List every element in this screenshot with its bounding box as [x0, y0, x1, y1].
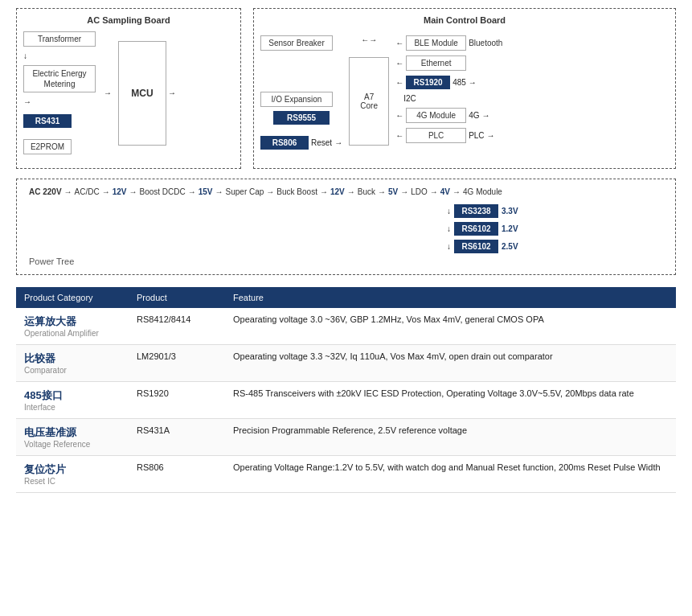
- product-cell: RS8412/8414: [129, 308, 225, 345]
- main-board-title: Main Control Board: [260, 15, 669, 25]
- reset-label: Reset: [311, 138, 332, 147]
- ethernet-box: Ethernet: [406, 55, 466, 71]
- a7-core-box: A7 Core: [349, 57, 389, 146]
- ac220v-label: AC 220V: [29, 187, 62, 196]
- feature-cell: Opearating voltage 3.3 ~32V, Iq 110uA, V…: [225, 345, 676, 382]
- super-cap-label: Super Cap: [226, 187, 264, 196]
- 15v-label: 15V: [199, 187, 213, 196]
- main-control-board: Main Control Board Sensor Breaker I/O Ex…: [253, 8, 676, 169]
- category-cell: 运算放大器Operational Amplifier: [16, 308, 129, 345]
- e2prom-box: E2PROM: [23, 139, 72, 154]
- col-product: Product: [129, 287, 225, 308]
- feature-cell: RS-485 Transceivers with ±20kV IEC ESD P…: [225, 382, 676, 419]
- product-cell: RS806: [129, 456, 225, 493]
- plc-label: PLC: [469, 131, 484, 140]
- diagrams-row: AC Sampling Board Transformer ↓ Electric…: [16, 8, 676, 169]
- rs1920-box: RS1920: [406, 76, 450, 89]
- feature-cell: Opearating voltage 3.0 ~36V, GBP 1.2MHz,…: [225, 308, 676, 345]
- table-row: 运算放大器Operational AmplifierRS8412/8414Ope…: [16, 308, 676, 345]
- ac-board-inner: Transformer ↓ Electric EnergyMetering → …: [23, 31, 234, 154]
- 12v-2-label: 12V: [330, 187, 345, 196]
- transformer-box: Transformer: [23, 31, 96, 47]
- rs9555-box: RS9555: [273, 111, 330, 125]
- product-cell: RS431A: [129, 419, 225, 456]
- rs485-label: 485: [452, 78, 466, 87]
- ldo-label: LDO: [411, 187, 428, 196]
- rs431-box: RS431: [23, 114, 72, 128]
- bluetooth-label: Bluetooth: [469, 39, 502, 47]
- v2-5-label: 2.5V: [502, 242, 518, 251]
- ac-board-title: AC Sampling Board: [23, 15, 234, 25]
- rs6102-1-box: RS6102: [454, 222, 498, 236]
- product-cell: RS1920: [129, 382, 225, 419]
- rs3238-box: RS3238: [454, 204, 498, 218]
- main-container: AC Sampling Board Transformer ↓ Electric…: [0, 0, 692, 501]
- mcu-box: MCU: [118, 41, 166, 146]
- category-cell: 电压基准源Voltage Reference: [16, 419, 129, 456]
- energy-metering-box: Electric EnergyMetering: [23, 65, 96, 92]
- buck-label: Buck: [358, 187, 375, 196]
- sensor-breaker-box: Sensor Breaker: [260, 35, 333, 51]
- boost-dcdc-label: Boost DCDC: [140, 187, 186, 196]
- four-g-module-box: 4G Module: [406, 108, 466, 123]
- ble-module-box: BLE Module: [406, 35, 466, 51]
- four-g-label: 4G: [469, 111, 479, 120]
- category-cell: 复位芯片Reset IC: [16, 456, 129, 493]
- plc-box: PLC: [406, 128, 466, 143]
- product-table: Product Category Product Feature 运算放大器Op…: [16, 287, 676, 493]
- product-cell: LM2901/3: [129, 345, 225, 382]
- io-expansion-box: I/O Expansion: [260, 92, 333, 107]
- power-tree-text-label: Power Tree: [29, 257, 74, 266]
- table-row: 复位芯片Reset ICRS806Operating Voltage Range…: [16, 456, 676, 493]
- rs806-box: RS806: [260, 136, 309, 150]
- feature-cell: Precision Programmable Reference, 2.5V r…: [225, 419, 676, 456]
- ac-sampling-board: AC Sampling Board Transformer ↓ Electric…: [16, 8, 241, 169]
- power-tree-section: AC 220V → AC/DC → 12V → Boost DCDC → 15V…: [16, 179, 676, 275]
- acdc-label: AC/DC: [75, 187, 100, 196]
- ac-left-col: Transformer ↓ Electric EnergyMetering → …: [23, 31, 96, 154]
- i2c-label: I2C: [403, 94, 416, 103]
- col-feature: Feature: [225, 287, 676, 308]
- table-row: 比较器ComparatorLM2901/3Opearating voltage …: [16, 345, 676, 382]
- 12v-1-label: 12V: [113, 187, 127, 196]
- feature-cell: Operating Voltage Range:1.2V to 5.5V, wi…: [225, 456, 676, 493]
- a7-core-label: A7 Core: [360, 92, 378, 110]
- 4v-label: 4V: [440, 187, 450, 196]
- category-cell: 比较器Comparator: [16, 345, 129, 382]
- v3-3-label: 3.3V: [502, 207, 518, 216]
- 5v-label: 5V: [388, 187, 398, 196]
- table-row: 电压基准源Voltage ReferenceRS431APrecision Pr…: [16, 419, 676, 456]
- rs6102-2-box: RS6102: [454, 240, 498, 253]
- 4g-module-pt-label: 4G Module: [463, 187, 502, 196]
- v1-2-label: 1.2V: [502, 224, 518, 233]
- category-cell: 485接口Interface: [16, 382, 129, 419]
- table-row: 485接口InterfaceRS1920RS-485 Transceivers …: [16, 382, 676, 419]
- col-category: Product Category: [16, 287, 129, 308]
- buck-boost-label: Buck Boost: [276, 187, 317, 196]
